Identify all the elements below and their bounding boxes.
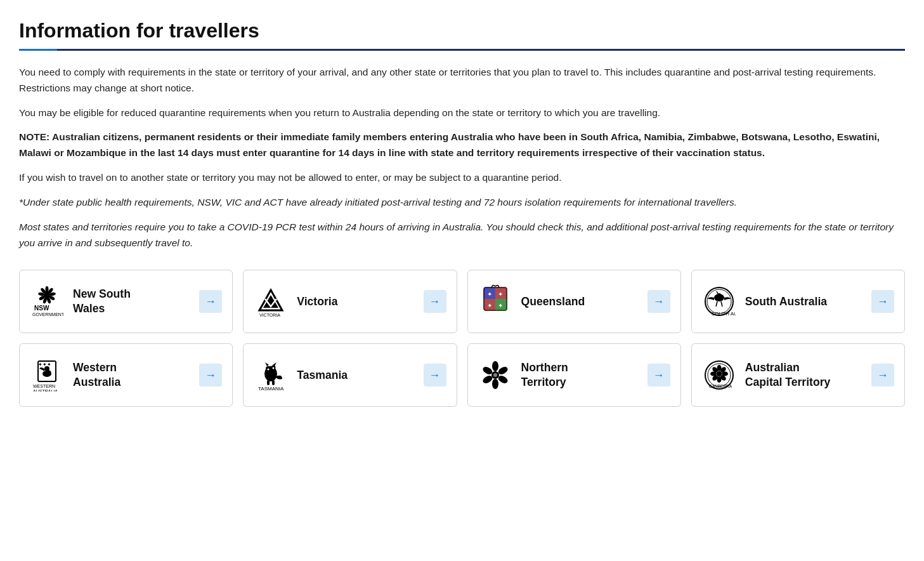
svg-point-51 <box>273 367 275 369</box>
svg-text:✦: ✦ <box>498 302 503 309</box>
svg-point-59 <box>492 379 498 389</box>
svg-text:✦: ✦ <box>498 291 503 298</box>
state-name-act: Australian Capital Territory <box>745 360 831 390</box>
page-title: Information for travellers <box>19 19 905 43</box>
state-left-act: CANBERRA Australian Capital Territory <box>702 358 831 392</box>
svg-point-75 <box>717 371 722 376</box>
state-left-wa: ✦✦✦ WESTERN AUSTRALIA Western Australia <box>30 358 120 392</box>
states-grid: NSW GOVERNMENT New South Wales→ VICTORIA… <box>19 270 905 407</box>
svg-text:VICTORIA: VICTORIA <box>259 313 280 317</box>
intro-note: NOTE: Australian citizens, permanent res… <box>19 129 905 161</box>
state-card-vic[interactable]: VICTORIA GOVERNMENT Victoria→ <box>243 270 457 333</box>
state-name-wa: Western Australia <box>73 360 120 390</box>
state-name-tas: Tasmania <box>297 368 348 383</box>
svg-point-50 <box>268 369 270 371</box>
title-divider <box>19 49 905 51</box>
intro-para1: You need to comply with requirements in … <box>19 65 905 96</box>
state-left-qld: ✦ ✦ ✦ ✦ Queensland <box>478 284 585 319</box>
nt-logo-icon <box>478 358 512 392</box>
arrow-button-vic[interactable]: → <box>424 290 446 313</box>
intro-section: You need to comply with requirements in … <box>19 65 905 251</box>
svg-point-63 <box>493 373 497 377</box>
state-left-tas: TASMANIA Tasmania <box>254 358 348 392</box>
svg-text:CANBERRA: CANBERRA <box>709 384 732 388</box>
svg-text:✦: ✦ <box>487 302 492 309</box>
state-card-nsw[interactable]: NSW GOVERNMENT New South Wales→ <box>19 270 233 333</box>
svg-text:✦✦✦: ✦✦✦ <box>38 362 51 367</box>
state-left-nsw: NSW GOVERNMENT New South Wales <box>30 284 131 319</box>
nsw-logo-icon: NSW GOVERNMENT <box>30 284 64 319</box>
state-left-nt: Northern Territory <box>478 358 568 392</box>
state-card-act[interactable]: CANBERRA Australian Capital Territory→ <box>691 343 905 407</box>
vic-logo-icon: VICTORIA GOVERNMENT <box>254 284 288 319</box>
svg-text:WESTERN: WESTERN <box>33 384 55 388</box>
qld-logo-icon: ✦ ✦ ✦ ✦ <box>478 284 512 319</box>
act-logo-icon: CANBERRA <box>702 358 736 392</box>
arrow-button-wa[interactable]: → <box>199 364 222 386</box>
svg-text:NSW: NSW <box>34 305 49 312</box>
arrow-button-nt[interactable]: → <box>647 364 670 386</box>
state-card-qld[interactable]: ✦ ✦ ✦ ✦ Queensland→ <box>467 270 681 333</box>
state-card-wa[interactable]: ✦✦✦ WESTERN AUSTRALIA Western Australia→ <box>19 343 233 407</box>
state-name-nt: Northern Territory <box>521 360 568 390</box>
state-left-sa: SOUTH AUS South Australia <box>702 284 827 319</box>
svg-rect-52 <box>267 380 270 385</box>
arrow-button-act[interactable]: → <box>871 364 894 386</box>
intro-para5: *Under state public health requirements,… <box>19 195 905 211</box>
intro-para2: You may be eligible for reduced quaranti… <box>19 105 905 121</box>
arrow-button-qld[interactable]: → <box>647 290 670 313</box>
arrow-button-tas[interactable]: → <box>424 364 446 386</box>
arrow-button-sa[interactable]: → <box>871 290 894 313</box>
state-name-qld: Queensland <box>521 294 585 309</box>
state-name-nsw: New South Wales <box>73 287 131 316</box>
svg-point-12 <box>44 292 50 298</box>
state-card-nt[interactable]: Northern Territory→ <box>467 343 681 407</box>
svg-text:TASMANIA: TASMANIA <box>258 386 284 392</box>
state-card-sa[interactable]: SOUTH AUS South Australia→ <box>691 270 905 333</box>
svg-text:GOVERNMENT: GOVERNMENT <box>32 312 63 317</box>
state-name-sa: South Australia <box>745 294 827 309</box>
svg-text:✦: ✦ <box>487 291 492 298</box>
wa-logo-icon: ✦✦✦ WESTERN AUSTRALIA <box>30 358 64 392</box>
svg-text:SOUTH AUS: SOUTH AUS <box>712 311 736 317</box>
state-left-vic: VICTORIA GOVERNMENT Victoria <box>254 284 337 319</box>
intro-para4: If you wish to travel on to another stat… <box>19 170 905 186</box>
intro-para6: Most states and territories require you … <box>19 220 905 251</box>
state-card-tas[interactable]: TASMANIA Tasmania→ <box>243 343 457 407</box>
sa-logo-icon: SOUTH AUS <box>702 284 736 319</box>
tas-logo-icon: TASMANIA <box>254 358 288 392</box>
svg-rect-53 <box>272 380 275 385</box>
svg-point-56 <box>492 361 498 371</box>
svg-text:AUSTRALIA: AUSTRALIA <box>33 389 58 392</box>
state-name-vic: Victoria <box>297 294 337 309</box>
svg-point-3 <box>46 286 49 293</box>
arrow-button-nsw[interactable]: → <box>199 290 222 313</box>
